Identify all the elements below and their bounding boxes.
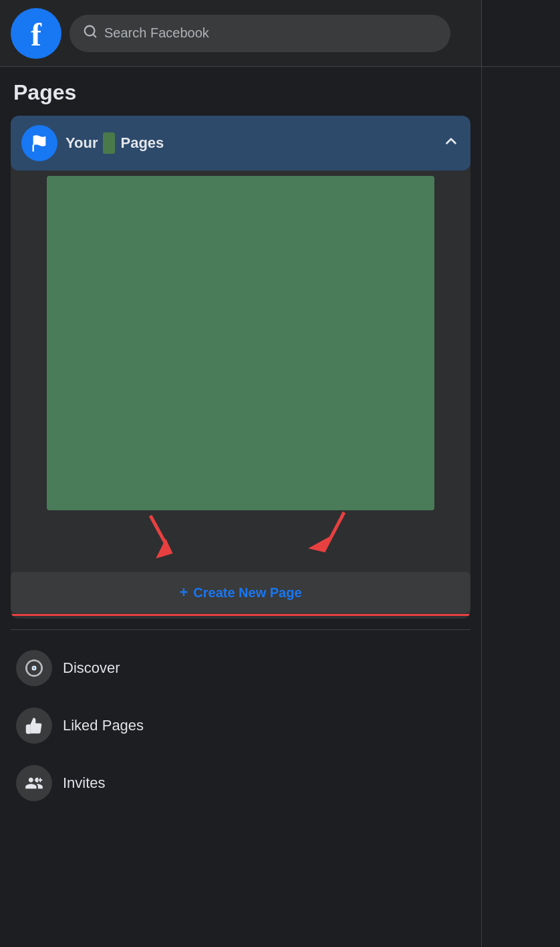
create-plus-icon: +	[179, 584, 188, 601]
your-pages-left: Your Pages	[21, 125, 164, 161]
create-new-page-label: Create New Page	[193, 585, 301, 601]
your-pages-label-your: Your	[65, 134, 98, 152]
left-panel: Pages Your Pages	[0, 67, 481, 947]
green-placeholder	[47, 176, 434, 510]
svg-marker-4	[159, 542, 170, 556]
your-pages-label-pages: Pages	[120, 134, 164, 152]
main-content: Pages Your Pages	[0, 67, 560, 947]
invites-label: Invites	[63, 774, 106, 792]
svg-line-5	[324, 512, 344, 550]
search-placeholder-text: Search Facebook	[104, 25, 209, 41]
svg-point-9	[33, 667, 36, 670]
facebook-logo[interactable]: f	[11, 8, 61, 59]
annotation-arrows	[47, 516, 434, 569]
pages-title: Pages	[11, 80, 470, 105]
discover-label: Discover	[63, 659, 120, 677]
nav-items-list: Discover Liked Pages	[11, 641, 470, 811]
discover-icon-circle	[16, 650, 52, 686]
create-page-wrapper: + Create New Page	[11, 572, 470, 619]
flag-icon	[30, 134, 49, 152]
right-panel	[481, 67, 560, 947]
svg-line-1	[93, 34, 96, 37]
svg-line-3	[150, 516, 170, 552]
search-bar[interactable]: Search Facebook	[69, 15, 450, 52]
header: f Search Facebook	[0, 0, 560, 67]
facebook-logo-letter: f	[31, 19, 41, 51]
right-sidebar-header	[481, 0, 560, 66]
pages-content-area: + Create New Page	[11, 176, 470, 619]
pages-count-badge	[103, 132, 115, 154]
search-icon	[83, 24, 98, 43]
nav-item-discover[interactable]: Discover	[11, 641, 470, 696]
your-pages-label: Your Pages	[65, 132, 164, 154]
nav-item-liked-pages[interactable]: Liked Pages	[11, 698, 470, 753]
liked-pages-icon-circle	[16, 708, 52, 744]
svg-marker-6	[313, 540, 327, 550]
chevron-up-icon	[442, 132, 460, 154]
section-divider	[11, 629, 470, 630]
discover-icon	[25, 659, 43, 677]
invites-icon-circle	[16, 765, 52, 801]
liked-pages-label: Liked Pages	[63, 717, 144, 734]
your-pages-section: Your Pages	[11, 116, 470, 619]
arrow-annotation-svg	[47, 502, 434, 583]
your-pages-header[interactable]: Your Pages	[11, 116, 470, 171]
person-add-icon	[25, 774, 43, 793]
pages-icon-circle	[21, 125, 57, 161]
thumbs-up-icon	[25, 716, 43, 735]
nav-item-invites[interactable]: Invites	[11, 756, 470, 811]
create-new-page-button[interactable]: + Create New Page	[11, 572, 470, 613]
